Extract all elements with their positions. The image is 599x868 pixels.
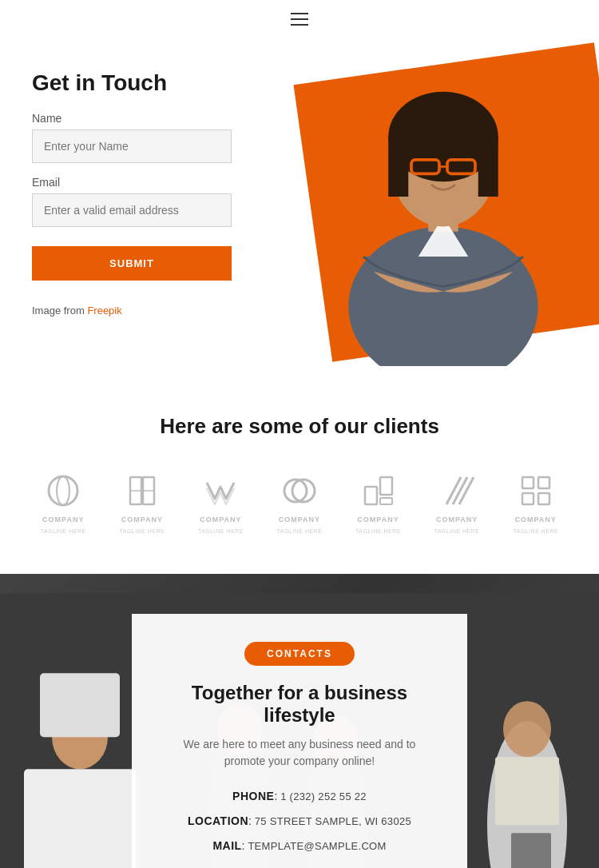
clients-title: Here are some of our clients: [32, 414, 567, 439]
svg-rect-39: [495, 757, 559, 825]
logo-icon-1: [43, 471, 83, 511]
mail-value: TEMPLATE@SAMPLE.COM: [248, 840, 386, 852]
svg-rect-25: [538, 477, 549, 488]
svg-point-11: [57, 476, 69, 505]
client-logo-1: COMPANY TAGLINE HERE: [41, 471, 86, 534]
client-logo-5: COMPANY TAGLINE HERE: [355, 471, 401, 534]
clients-section: Here are some of our clients COMPANY TAG…: [0, 374, 599, 574]
svg-line-21: [446, 477, 461, 504]
contact-heading: Together for a business lifestyle: [164, 682, 435, 727]
header: [0, 0, 599, 38]
svg-line-23: [459, 477, 474, 504]
svg-rect-31: [40, 673, 120, 737]
svg-rect-27: [538, 493, 549, 504]
business-section: CONTACTS Together for a business lifesty…: [0, 574, 599, 868]
contact-location: LOCATION: 75 STREET SAMPLE, WI 63025: [164, 812, 435, 830]
contact-card: CONTACTS Together for a business lifesty…: [132, 614, 467, 868]
hero-section: Get in Touch Name Email SUBMIT Image fro…: [0, 38, 599, 374]
email-label: Email: [32, 176, 272, 189]
contact-subtext: We are here to meet any business need an…: [164, 736, 435, 770]
location-value: 75 STREET SAMPLE, WI 63025: [255, 815, 411, 827]
email-input[interactable]: [32, 193, 232, 227]
logo-icon-5: [359, 471, 399, 511]
client-logo-3: COMPANY TAGLINE HERE: [198, 471, 244, 534]
location-label: LOCATION: [188, 814, 248, 827]
svg-rect-32: [24, 769, 136, 868]
logo-icon-6: [437, 471, 477, 511]
phone-label: PHONE: [232, 790, 274, 802]
logo-icon-3: [200, 471, 240, 511]
hero-image: [303, 54, 583, 366]
logo-icon-2: [122, 471, 162, 511]
client-logo-7: COMPANY TAGLINE HERE: [513, 471, 558, 534]
mail-label: MAIL: [212, 839, 241, 852]
contact-mail: MAIL: TEMPLATE@SAMPLE.COM: [164, 837, 435, 855]
svg-rect-26: [522, 493, 534, 504]
logo-icon-4: [280, 471, 319, 511]
hero-title: Get in Touch: [32, 70, 272, 96]
svg-rect-18: [365, 487, 377, 504]
contacts-badge: CONTACTS: [244, 642, 355, 666]
svg-rect-5: [388, 137, 408, 197]
freepik-link[interactable]: Freepik: [87, 305, 121, 317]
phone-value: 1 (232) 252 55 22: [280, 790, 367, 802]
clients-logos-container: COMPANY TAGLINE HERE COMPANY TAGLINE HER…: [32, 471, 567, 534]
hero-form-container: Get in Touch Name Email SUBMIT Image fro…: [32, 70, 272, 317]
client-logo-2: COMPANY TAGLINE HERE: [119, 471, 165, 534]
image-credit: Image from Freepik: [32, 305, 272, 317]
svg-rect-19: [380, 477, 392, 495]
name-input[interactable]: [32, 129, 232, 163]
email-form-group: Email: [32, 176, 272, 227]
svg-point-10: [49, 476, 77, 505]
svg-rect-6: [478, 137, 498, 197]
woman-svg: [303, 54, 583, 366]
svg-line-22: [453, 477, 467, 504]
logo-icon-7: [516, 471, 556, 511]
svg-point-38: [503, 701, 551, 757]
client-logo-4: COMPANY TAGLINE HERE: [277, 471, 323, 534]
svg-rect-24: [522, 477, 534, 488]
svg-rect-20: [380, 498, 392, 504]
client-logo-6: COMPANY TAGLINE HERE: [434, 471, 480, 534]
svg-rect-40: [511, 833, 551, 868]
name-label: Name: [32, 112, 272, 125]
submit-button[interactable]: SUBMIT: [32, 246, 232, 281]
name-form-group: Name: [32, 112, 272, 163]
hamburger-menu[interactable]: [291, 13, 308, 26]
contact-phone: PHONE: 1 (232) 252 55 22: [164, 787, 435, 806]
